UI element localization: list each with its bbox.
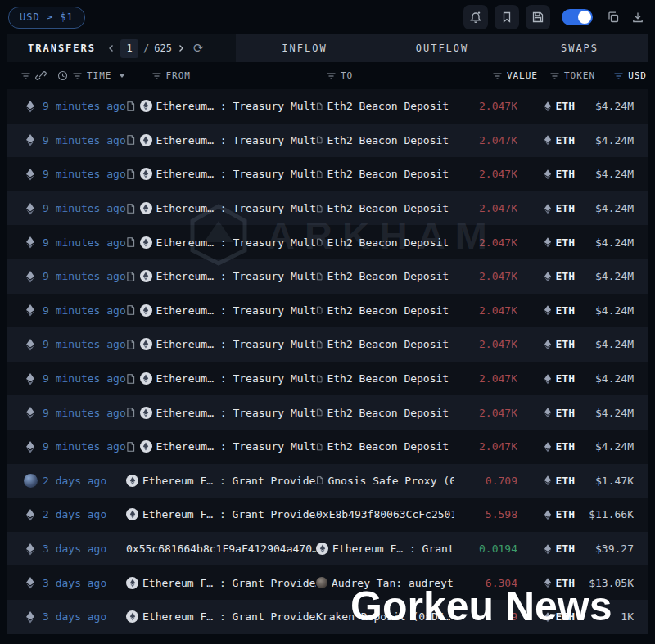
- table-row[interactable]: 9 minutes ago Ethereum… : Treasury Mult……: [7, 124, 648, 158]
- usd-cell: $4.24M: [575, 338, 634, 350]
- filter-icon[interactable]: [492, 71, 503, 81]
- value-header[interactable]: VALUE: [492, 70, 538, 81]
- from-entity[interactable]: Ethereum F… : Grant Provide…: [126, 475, 316, 487]
- time-header[interactable]: TIME: [57, 70, 125, 81]
- clock-icon: [57, 70, 68, 81]
- usd-header[interactable]: USD: [613, 70, 647, 81]
- table-row[interactable]: 3 days ago Ethereum F… : Grant Provide… …: [7, 565, 648, 600]
- to-entity[interactable]: 0xE8b493f80063CcFc25016c24Eb5…: [316, 508, 454, 520]
- to-entity[interactable]: Ethereum F… : Grant Provide…: [316, 543, 454, 555]
- from-entity[interactable]: 0x55c681664b8c1F9aF412904a470…: [126, 543, 316, 555]
- table-row[interactable]: 9 minutes ago Ethereum… : Treasury Mult……: [7, 259, 648, 294]
- time-cell[interactable]: 9 minutes ago: [43, 372, 126, 385]
- filter-icon[interactable]: [20, 71, 31, 81]
- alert-bell-plus-icon[interactable]: [463, 5, 488, 29]
- to-entity[interactable]: Eth2 Beacon Deposit Contrac…: [316, 270, 454, 282]
- filter-icon[interactable]: [326, 71, 337, 81]
- from-entity[interactable]: Ethereum F… : Grant Provide…: [126, 508, 316, 520]
- save-icon[interactable]: [526, 5, 550, 29]
- time-cell[interactable]: 9 minutes ago: [43, 236, 126, 249]
- from-entity[interactable]: Ethereum… : Treasury Mult…: [126, 440, 316, 453]
- to-entity[interactable]: Eth2 Beacon Deposit Contrac…: [316, 202, 454, 214]
- table-row[interactable]: 9 minutes ago Ethereum… : Treasury Mult……: [7, 327, 648, 362]
- time-cell[interactable]: 2 days ago: [43, 508, 126, 520]
- time-cell[interactable]: 2 days ago: [43, 475, 126, 487]
- to-entity[interactable]: Gnosis Safe Proxy (0xdcF): [316, 475, 454, 487]
- page-next-icon[interactable]: [177, 44, 185, 52]
- from-entity[interactable]: Ethereum… : Treasury Mult…: [126, 236, 316, 249]
- link-icon[interactable]: [35, 70, 47, 81]
- to-entity[interactable]: Eth2 Beacon Deposit Contrac…: [316, 304, 454, 317]
- ethereum-logo-icon: [140, 338, 152, 350]
- table-row[interactable]: 3 days ago 0x55c681664b8c1F9aF412904a470…: [7, 532, 648, 566]
- tab-inflow[interactable]: INFLOW: [236, 34, 373, 62]
- time-cell[interactable]: 9 minutes ago: [43, 168, 126, 180]
- from-entity[interactable]: Ethereum… : Treasury Mult…: [126, 407, 316, 419]
- to-entity[interactable]: Eth2 Beacon Deposit Contrac…: [316, 100, 454, 112]
- ethereum-logo-icon: [140, 134, 152, 146]
- time-cell[interactable]: 3 days ago: [43, 543, 126, 555]
- download-icon[interactable]: [629, 8, 647, 26]
- to-entity[interactable]: Eth2 Beacon Deposit Contrac…: [316, 338, 454, 350]
- page-current[interactable]: 1: [120, 39, 138, 58]
- from-entity[interactable]: Ethereum… : Treasury Mult…: [126, 304, 316, 317]
- time-cell[interactable]: 9 minutes ago: [43, 407, 126, 419]
- to-entity[interactable]: Kraken Deposit (0xD4…: [316, 610, 454, 623]
- table-row[interactable]: 2 days ago Ethereum F… : Grant Provide… …: [7, 464, 648, 498]
- from-entity[interactable]: Ethereum F… : Grant Provide…: [126, 577, 316, 589]
- tab-swaps[interactable]: SWAPS: [511, 34, 648, 62]
- time-cell[interactable]: 9 minutes ago: [43, 304, 126, 317]
- table-row[interactable]: 2 days ago Ethereum F… : Grant Provide… …: [7, 498, 648, 532]
- refresh-icon[interactable]: ⟳: [193, 41, 204, 56]
- tab-outflow[interactable]: OUTFLOW: [373, 34, 511, 62]
- bookmark-icon[interactable]: [495, 5, 519, 29]
- time-cell[interactable]: 3 days ago: [43, 577, 126, 589]
- copy-icon[interactable]: [604, 8, 622, 26]
- to-entity[interactable]: Eth2 Beacon Deposit Contrac…: [316, 134, 454, 146]
- time-cell[interactable]: 9 minutes ago: [43, 270, 126, 282]
- from-entity[interactable]: Ethereum… : Treasury Mult…: [126, 372, 316, 385]
- time-cell[interactable]: 9 minutes ago: [43, 100, 126, 112]
- time-cell[interactable]: 9 minutes ago: [43, 134, 126, 146]
- filter-icon-active[interactable]: [613, 71, 624, 81]
- to-entity[interactable]: Audrey Tan: audreyt.eth (0x…: [316, 577, 454, 589]
- to-entity[interactable]: Eth2 Beacon Deposit Contrac…: [316, 407, 454, 419]
- time-cell[interactable]: 9 minutes ago: [43, 202, 126, 214]
- from-entity[interactable]: Ethereum… : Treasury Mult…: [126, 202, 316, 214]
- to-entity[interactable]: Eth2 Beacon Deposit Contrac…: [316, 168, 454, 180]
- table-row[interactable]: 9 minutes ago Ethereum… : Treasury Mult……: [7, 191, 648, 226]
- from-entity[interactable]: Ethereum… : Treasury Mult…: [126, 270, 316, 282]
- page-prev-icon[interactable]: [107, 44, 115, 52]
- time-cell[interactable]: 3 days ago: [43, 610, 126, 623]
- time-cell[interactable]: 9 minutes ago: [43, 338, 126, 350]
- table-row[interactable]: 9 minutes ago Ethereum… : Treasury Mult……: [7, 157, 648, 191]
- table-row[interactable]: 9 minutes ago Ethereum… : Treasury Mult……: [7, 89, 648, 124]
- to-entity[interactable]: Eth2 Beacon Deposit Contrac…: [316, 440, 454, 453]
- contract-icon: [126, 101, 136, 112]
- table-row[interactable]: 3 days ago Ethereum F… : Grant Provide… …: [7, 600, 648, 634]
- to-entity[interactable]: Eth2 Beacon Deposit Contrac…: [316, 372, 454, 385]
- table-row[interactable]: 9 minutes ago Ethereum… : Treasury Mult……: [7, 225, 648, 259]
- filter-icon[interactable]: [549, 71, 560, 81]
- toggle-on[interactable]: [562, 9, 593, 25]
- from-header[interactable]: FROM: [151, 70, 192, 81]
- from-entity[interactable]: Ethereum F… : Grant Provide…: [126, 610, 316, 623]
- time-cell[interactable]: 9 minutes ago: [43, 440, 126, 453]
- tab-transfers[interactable]: TRANSFERS: [28, 43, 96, 54]
- table-row[interactable]: 9 minutes ago Ethereum… : Treasury Mult……: [7, 430, 648, 464]
- from-entity[interactable]: Ethereum… : Treasury Mult…: [126, 168, 316, 180]
- table-row[interactable]: 9 minutes ago Ethereum… : Treasury Mult……: [7, 395, 648, 430]
- page-total: 625: [154, 43, 172, 54]
- table-row[interactable]: 9 minutes ago Ethereum… : Treasury Mult……: [7, 294, 648, 328]
- filter-icon[interactable]: [151, 71, 162, 81]
- table-row[interactable]: 9 minutes ago Ethereum… : Treasury Mult……: [7, 362, 648, 396]
- from-entity[interactable]: Ethereum… : Treasury Mult…: [126, 134, 316, 146]
- token-header[interactable]: TOKEN: [549, 70, 595, 81]
- to-header[interactable]: TO: [326, 70, 353, 81]
- from-entity[interactable]: Ethereum… : Treasury Mult…: [126, 338, 316, 350]
- to-entity[interactable]: Eth2 Beacon Deposit Contrac…: [316, 236, 454, 249]
- usd-filter-pill[interactable]: USD ≥ $1: [8, 7, 85, 29]
- from-entity[interactable]: Ethereum… : Treasury Mult…: [126, 100, 316, 112]
- contract-icon: [126, 304, 136, 316]
- filter-icon[interactable]: [72, 71, 83, 81]
